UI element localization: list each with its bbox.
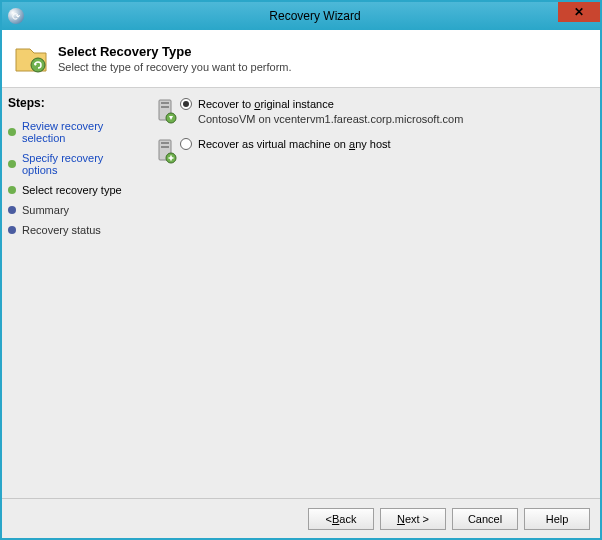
- wizard-header: Select Recovery Type Select the type of …: [2, 30, 600, 88]
- help-button[interactable]: Help: [524, 508, 590, 530]
- svg-rect-6: [161, 142, 169, 144]
- step-bullet-icon: [8, 226, 16, 234]
- wizard-window: ⟳ Recovery Wizard ✕ Select Recovery Type…: [0, 0, 602, 540]
- step-review-recovery-selection[interactable]: Review recovery selection: [8, 116, 136, 148]
- step-label: Specify recovery options: [22, 152, 136, 176]
- server-original-icon: [150, 98, 180, 126]
- title-bar: ⟳ Recovery Wizard ✕: [2, 2, 600, 30]
- radio-recover-original[interactable]: Recover to original instance: [180, 98, 592, 110]
- step-specify-recovery-options[interactable]: Specify recovery options: [8, 148, 136, 180]
- header-text: Select Recovery Type Select the type of …: [58, 44, 292, 73]
- option-recover-original: Recover to original instance ContosoVM o…: [150, 98, 592, 126]
- step-bullet-icon: [8, 206, 16, 214]
- window-title: Recovery Wizard: [30, 9, 600, 23]
- step-label: Select recovery type: [22, 184, 122, 196]
- recovery-icon: [12, 41, 48, 77]
- radio-label: Recover as virtual machine on any host: [198, 138, 391, 150]
- window-controls: ✕: [558, 2, 600, 22]
- page-title: Select Recovery Type: [58, 44, 292, 59]
- server-anyhost-icon: [150, 138, 180, 166]
- back-button[interactable]: < Back: [308, 508, 374, 530]
- wizard-footer: < Back Next > Cancel Help: [2, 498, 600, 538]
- radio-label: Recover to original instance: [198, 98, 334, 110]
- step-label: Review recovery selection: [22, 120, 136, 144]
- next-button[interactable]: Next >: [380, 508, 446, 530]
- step-label: Recovery status: [22, 224, 101, 236]
- wizard-body: Steps: Review recovery selection Specify…: [2, 88, 600, 498]
- step-summary[interactable]: Summary: [8, 200, 136, 220]
- step-select-recovery-type[interactable]: Select recovery type: [8, 180, 136, 200]
- step-recovery-status[interactable]: Recovery status: [8, 220, 136, 240]
- steps-sidebar: Steps: Review recovery selection Specify…: [2, 88, 142, 498]
- page-subtitle: Select the type of recovery you want to …: [58, 61, 292, 73]
- svg-rect-7: [161, 146, 169, 148]
- svg-point-0: [31, 58, 45, 72]
- option-recover-any-host: Recover as virtual machine on any host: [150, 138, 592, 166]
- close-button[interactable]: ✕: [558, 2, 600, 22]
- step-label: Summary: [22, 204, 69, 216]
- step-bullet-icon: [8, 160, 16, 168]
- radio-icon: [180, 138, 192, 150]
- step-bullet-icon: [8, 128, 16, 136]
- steps-heading: Steps:: [8, 96, 136, 110]
- radio-recover-any-host[interactable]: Recover as virtual machine on any host: [180, 138, 592, 150]
- option-original-detail: ContosoVM on vcentervm1.fareast.corp.mic…: [198, 113, 592, 125]
- svg-rect-2: [161, 102, 169, 104]
- svg-rect-3: [161, 106, 169, 108]
- step-bullet-icon: [8, 186, 16, 194]
- cancel-button[interactable]: Cancel: [452, 508, 518, 530]
- app-icon: ⟳: [8, 8, 24, 24]
- radio-icon: [180, 98, 192, 110]
- content-pane: Recover to original instance ContosoVM o…: [142, 88, 600, 498]
